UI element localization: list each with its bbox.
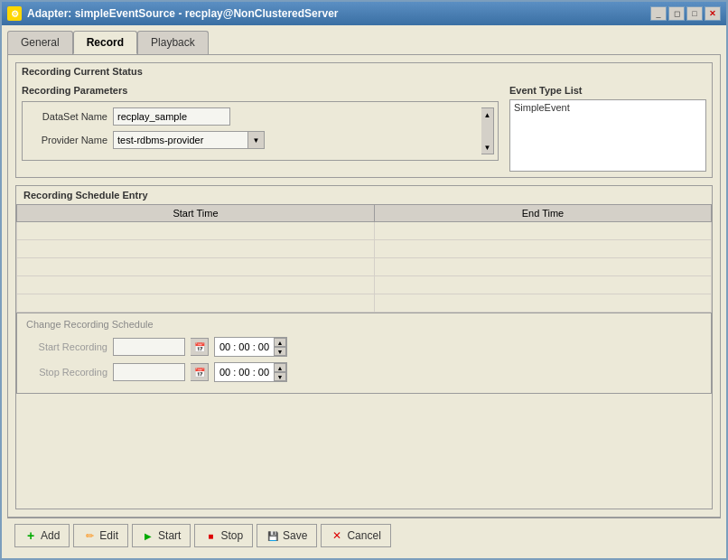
start-time-input[interactable] (215, 338, 274, 356)
start-label: Start (158, 529, 181, 542)
minimize-button[interactable]: _ (650, 6, 667, 21)
stop-time-wrapper: ▲ ▼ (214, 362, 287, 382)
start-recording-row: Start Recording 📅 ▲ ▼ (26, 337, 702, 357)
provider-label: Provider Name (26, 135, 107, 145)
recording-status-section: Recording Current Status Recording Param… (15, 62, 713, 178)
schedule-table: Start Time End Time (16, 204, 712, 313)
change-schedule-title: Change Recording Schedule (26, 319, 702, 330)
restore-button[interactable]: ◻ (668, 6, 685, 21)
start-cell (17, 258, 375, 276)
event-type-title: Event Type List (509, 85, 706, 96)
tab-bar: General Record Playback (7, 31, 721, 54)
table-row (17, 222, 712, 240)
stop-date-input[interactable] (113, 363, 185, 381)
add-icon: + (24, 529, 37, 542)
main-panel: Recording Current Status Recording Param… (7, 54, 721, 518)
start-time-down[interactable]: ▼ (274, 347, 286, 356)
stop-time-down[interactable]: ▼ (274, 372, 286, 381)
dataset-row: DataSet Name (26, 107, 481, 126)
start-cell (17, 276, 375, 294)
event-type-item: SimpleEvent (514, 102, 702, 113)
content-area: General Record Playback Recording Curren… (2, 25, 726, 558)
add-button[interactable]: + Add (14, 524, 70, 547)
start-cell (17, 294, 375, 313)
schedule-title: Recording Schedule Entry (16, 186, 712, 204)
start-time-spin: ▲ ▼ (274, 338, 286, 356)
schedule-section: Recording Schedule Entry Start Time End … (15, 185, 713, 509)
stop-calendar-button[interactable]: 📅 (191, 363, 209, 381)
maximize-button[interactable]: □ (686, 6, 703, 21)
edit-button[interactable]: ✏ Edit (73, 524, 128, 547)
dataset-label: DataSet Name (26, 111, 107, 122)
cancel-button[interactable]: ✕ Cancel (321, 524, 390, 547)
provider-dropdown-button[interactable]: ▼ (248, 131, 265, 149)
start-cell (17, 240, 375, 258)
window-icon: ⚙ (7, 6, 22, 21)
tab-record[interactable]: Record (73, 31, 137, 54)
end-cell (374, 258, 711, 276)
end-cell (374, 294, 711, 313)
provider-row: Provider Name ▼ (26, 131, 481, 149)
stop-time-up[interactable]: ▲ (274, 363, 286, 372)
title-bar-left: ⚙ Adapter: simpleEventSource - recplay@N… (7, 6, 338, 21)
event-list-wrapper: Event Type List SimpleEvent (504, 79, 712, 177)
table-row (17, 258, 712, 276)
start-recording-label: Start Recording (26, 341, 107, 352)
start-date-input[interactable] (113, 338, 185, 356)
schedule-header-row: Start Time End Time (17, 205, 712, 222)
change-schedule-box: Change Recording Schedule Start Recordin… (16, 313, 712, 394)
table-row (17, 294, 712, 313)
add-label: Add (41, 529, 60, 542)
table-row (17, 240, 712, 258)
stop-time-spin: ▲ ▼ (274, 363, 286, 381)
scroll-up-arrow[interactable]: ▲ (481, 108, 494, 121)
main-window: ⚙ Adapter: simpleEventSource - recplay@N… (0, 0, 728, 560)
start-time-wrapper: ▲ ▼ (214, 337, 287, 357)
end-cell (374, 240, 711, 258)
col-start-time: Start Time (17, 205, 375, 222)
event-type-content: SimpleEvent (509, 99, 706, 172)
start-time-up[interactable]: ▲ (274, 338, 286, 347)
stop-button[interactable]: ■ Stop (194, 524, 253, 547)
stop-label: Stop (220, 529, 243, 542)
tab-playback[interactable]: Playback (137, 31, 209, 54)
title-bar-buttons: _ ◻ □ ✕ (650, 6, 721, 21)
params-fields: DataSet Name Provider Name ▼ (26, 107, 481, 154)
start-icon: ▶ (142, 529, 154, 542)
start-cell (17, 222, 375, 240)
edit-label: Edit (99, 529, 118, 542)
save-icon: 💾 (266, 529, 279, 542)
window-title: Adapter: simpleEventSource - recplay@Non… (27, 7, 338, 20)
recording-status-title: Recording Current Status (16, 63, 712, 79)
end-cell (374, 276, 711, 294)
provider-select-wrapper: ▼ (113, 131, 265, 149)
cancel-label: Cancel (347, 529, 380, 542)
provider-input[interactable] (113, 131, 248, 149)
schedule-thead: Start Time End Time (17, 205, 712, 222)
params-inner: DataSet Name Provider Name ▼ (22, 101, 499, 161)
close-button[interactable]: ✕ (705, 6, 721, 21)
stop-time-input[interactable] (215, 363, 274, 381)
recording-params-title: Recording Parameters (22, 85, 499, 96)
footer-bar: + Add ✏ Edit ▶ Start ■ Stop 💾 Save ✕ Can… (7, 518, 721, 553)
recording-top-section: Recording Parameters DataSet Name Provid… (16, 79, 712, 177)
params-scrollbar: ▲ ▼ (481, 107, 494, 154)
dataset-input[interactable] (113, 107, 230, 126)
stop-recording-row: Stop Recording 📅 ▲ ▼ (26, 362, 702, 382)
title-bar: ⚙ Adapter: simpleEventSource - recplay@N… (2, 2, 726, 25)
start-button[interactable]: ▶ Start (132, 524, 191, 547)
save-label: Save (283, 529, 307, 542)
edit-icon: ✏ (83, 529, 96, 542)
table-row (17, 276, 712, 294)
start-calendar-button[interactable]: 📅 (191, 338, 209, 356)
end-cell (374, 222, 711, 240)
col-end-time: End Time (374, 205, 711, 222)
save-button[interactable]: 💾 Save (257, 524, 317, 547)
scroll-down-arrow[interactable]: ▼ (481, 141, 494, 154)
cancel-icon: ✕ (331, 529, 343, 542)
stop-recording-label: Stop Recording (26, 367, 107, 378)
recording-params-wrapper: Recording Parameters DataSet Name Provid… (16, 79, 504, 177)
tab-general[interactable]: General (7, 31, 73, 54)
stop-icon: ■ (204, 529, 217, 542)
schedule-tbody (17, 222, 712, 313)
